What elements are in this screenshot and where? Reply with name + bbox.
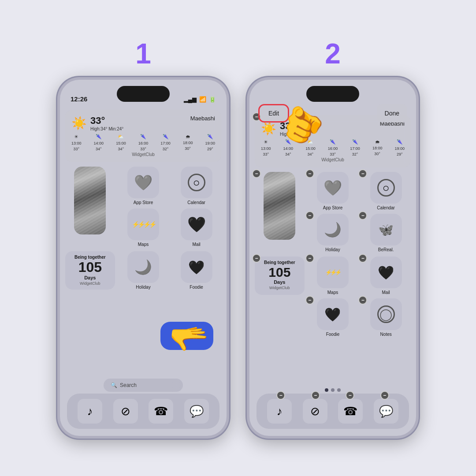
- calendar-label-1: Calendar: [187, 200, 205, 205]
- maps-icon-2: ⚡⚡⚡: [317, 257, 349, 288]
- weather-left-1: ☀️ 33° High:34° Min:24°: [71, 115, 123, 131]
- ring-icon-2: ○: [377, 179, 395, 197]
- remove-dot-dock-2[interactable]: −: [311, 391, 320, 400]
- app-item-appstore-2[interactable]: − 🤍 App Store: [308, 172, 358, 210]
- step-2-number: 2: [325, 37, 341, 70]
- foodie-icon-1: 🖤: [181, 251, 212, 283]
- remove-dot-calendar-2[interactable]: −: [358, 169, 367, 178]
- appstore-icon-2: 🤍: [317, 172, 349, 204]
- maps-label-1: Maps: [138, 242, 149, 247]
- holiday-icon-1: 🌙: [127, 251, 159, 283]
- app-item-maps-1[interactable]: ⚡⚡⚡⚡ Maps: [119, 208, 168, 247]
- sun-icon-1: ☀️: [71, 116, 87, 130]
- mail-icon-1: 🖤: [181, 208, 212, 240]
- search-icon-1: 🔍: [111, 382, 117, 388]
- app-item-calendar-1[interactable]: ○ Calendar: [171, 167, 221, 205]
- done-button[interactable]: Done: [377, 104, 407, 123]
- remove-dot-mail-2[interactable]: −: [358, 254, 367, 263]
- remove-dot-maps-2[interactable]: −: [305, 254, 314, 263]
- weather-widget-1: ☀️ 33° High:34° Min:24° Maebashi ☀13:003…: [65, 110, 221, 162]
- notes-icon-2: ◯: [370, 298, 402, 330]
- foodie-label-1: Foodie: [190, 285, 203, 290]
- remove-dot-notes-2[interactable]: −: [358, 296, 367, 305]
- dock-safari-2[interactable]: ⊘: [303, 399, 327, 424]
- weather-temp-1: 33°: [90, 115, 123, 126]
- heart-foodie-1: 🖤: [188, 260, 205, 275]
- app-item-marble-2[interactable]: −: [255, 172, 305, 252]
- remove-dot-holiday-2[interactable]: −: [305, 211, 314, 220]
- weather-hour-7: 🌂19:0029°: [205, 134, 215, 151]
- phone-1-inner: 12:26 ▂▄▆ 📶 🔋 ☀️ 33°: [60, 80, 227, 436]
- app-item-mail-1[interactable]: 🖤 Mail: [171, 208, 221, 247]
- holiday-icon-2: 🌙: [317, 214, 349, 245]
- remove-dot-countdown-2[interactable]: −: [252, 254, 261, 263]
- dock-phone-2[interactable]: ☎: [338, 399, 363, 424]
- music-icon-1: ♪: [87, 405, 93, 418]
- phone-2-inner: Edit Done 🫵 − ☀️ 33° High:34°: [249, 80, 416, 436]
- app-item-notes-2[interactable]: − ◯ Notes: [361, 298, 411, 337]
- dock-messages-2[interactable]: 💬: [374, 399, 398, 424]
- mail-label-1: Mail: [192, 242, 200, 247]
- widgetclub-label-1: WidgetClub: [71, 152, 215, 157]
- butterfly-icon-2: 🦋: [378, 223, 394, 237]
- wh2-4: 🌂16:0033°: [328, 139, 338, 156]
- app-grid-1: 🤍 App Store ○ Calendar: [65, 166, 221, 248]
- dock-music-2[interactable]: ♪: [267, 399, 292, 424]
- app-item-mail-2[interactable]: − 🖤 Mail: [361, 257, 411, 295]
- mail-icon-2: 🖤: [370, 257, 402, 288]
- dock-messages-1[interactable]: 💬: [184, 399, 209, 424]
- notes-ring-icon-2: ◯: [377, 305, 395, 323]
- calendar-label-2: Calendar: [377, 205, 395, 210]
- dock-1: ♪ ⊘ ☎ 💬: [67, 394, 219, 429]
- bereal-icon-2: 🦋: [370, 214, 402, 245]
- weather-hours-1: ☀13:0033° 🌂14:0034° ⛅15:0034° 🌂16:0033° …: [71, 134, 215, 151]
- marble-texture-2: [264, 172, 295, 240]
- remove-dot-foodie-2[interactable]: −: [305, 296, 314, 305]
- remove-dot-dock-4[interactable]: −: [380, 391, 389, 400]
- appstore-label-2: App Store: [323, 205, 342, 210]
- remove-dot-bereal-2[interactable]: −: [358, 211, 367, 220]
- dock-phone-1[interactable]: ☎: [149, 399, 173, 424]
- foodie-icon-2: 🖤: [317, 298, 349, 330]
- remove-dot-marble-2[interactable]: −: [252, 169, 261, 178]
- notes-label-2: Notes: [380, 332, 392, 337]
- step-1-container: 1 12:26 ▂▄▆ 📶 🔋: [57, 37, 229, 439]
- dock-music-1[interactable]: ♪: [78, 399, 102, 424]
- search-bar-1[interactable]: 🔍 Search: [104, 379, 183, 392]
- hand-cursor-1: 🫳: [169, 323, 209, 354]
- dynamic-island-1: [117, 86, 170, 102]
- app-item-appstore-1[interactable]: 🤍 App Store: [119, 167, 168, 205]
- weather-hours-2: ☀13:0033° 🌂14:0034° ⛅15:0034° 🌂16:0033° …: [261, 139, 405, 156]
- app-item-maps-2[interactable]: − ⚡⚡⚡ Maps: [308, 257, 358, 295]
- app-item-bereal-2[interactable]: − 🦋 BeReal.: [361, 214, 411, 252]
- weather-detail-1: High:34° Min:24°: [90, 126, 123, 131]
- weather-hour-1: ☀13:0033°: [71, 134, 82, 151]
- app-item-holiday-2[interactable]: − 🌙 Holiday: [308, 214, 358, 252]
- countdown-club-1: WidgetClub: [69, 281, 112, 286]
- app-item-holiday-1[interactable]: 🌙 Holiday: [119, 251, 168, 290]
- app-item-foodie-2[interactable]: − 🖤 Foodie: [308, 298, 358, 337]
- safari-icon-1: ⊘: [121, 405, 130, 418]
- status-time-1: 12:26: [71, 95, 87, 103]
- ring-icon-1: ○: [188, 174, 205, 191]
- app-item-calendar-2[interactable]: − ○ Calendar: [361, 172, 411, 210]
- appstore-icon-1: 🤍: [127, 167, 159, 198]
- app-item-marble-1[interactable]: [65, 167, 115, 247]
- weather-hour-5: 🌂17:0032°: [160, 134, 171, 151]
- foodie-label-2: Foodie: [326, 332, 340, 337]
- bottom-grid-2: − Being together 105 Days WidgetClub − ⚡…: [255, 257, 411, 337]
- calendar-icon-1: ○: [181, 167, 212, 198]
- music-icon-2: ♪: [277, 405, 283, 418]
- heart-mail-2: 🖤: [378, 265, 394, 280]
- app-item-foodie-1[interactable]: 🖤 Foodie: [171, 251, 221, 290]
- search-label-1: Search: [120, 382, 137, 388]
- status-icons-1: ▂▄▆ 📶 🔋: [184, 96, 216, 103]
- weather-hour-4: 🌂16:0033°: [138, 134, 149, 151]
- maps-label-2: Maps: [327, 290, 338, 295]
- remove-dot-appstore-2[interactable]: −: [305, 169, 314, 178]
- weather-hour-6: 🌧18:0030°: [183, 134, 193, 151]
- wh2-1: ☀13:0033°: [261, 139, 271, 156]
- dock-safari-1[interactable]: ⊘: [113, 399, 138, 424]
- heart2-1: 🤍: [324, 179, 342, 197]
- phone-1: 12:26 ▂▄▆ 📶 🔋 ☀️ 33°: [57, 77, 229, 439]
